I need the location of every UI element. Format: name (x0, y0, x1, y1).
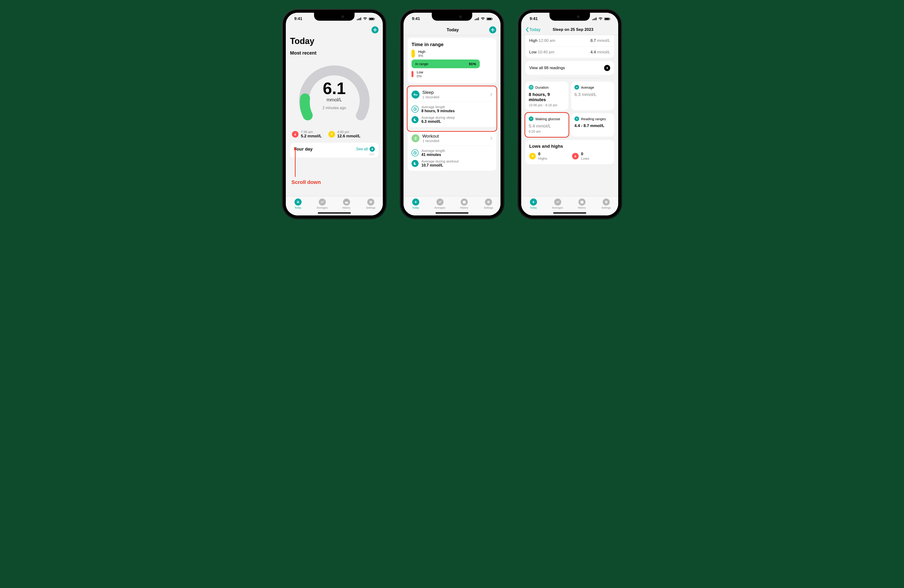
workout-avg-length: Average length41 minutes (411, 146, 493, 157)
notch (550, 13, 590, 21)
chart-line-icon (319, 199, 326, 206)
low-label: Low (529, 50, 537, 54)
svg-marker-8 (294, 147, 297, 150)
add-button[interactable] (371, 26, 379, 33)
calendar-icon (343, 199, 350, 206)
svg-rect-24 (477, 18, 478, 20)
home-indicator[interactable] (553, 212, 586, 214)
arrow-right-icon (604, 65, 610, 71)
tab-averages[interactable]: Averages (545, 196, 570, 211)
stat-ranges-label: Reading ranges (581, 117, 606, 121)
workout-avg-during-value: 10.7 mmol/L (421, 163, 458, 167)
sleep-title: Sleep (422, 90, 487, 95)
battery-icon (486, 17, 493, 20)
chevron-right-icon (490, 93, 493, 96)
tab-history-label: History (578, 206, 586, 209)
svg-point-34 (415, 201, 416, 203)
calendar-icon (578, 199, 585, 206)
tab-history[interactable]: History (570, 196, 594, 211)
back-button[interactable]: Today (525, 27, 541, 32)
clock-icon (529, 85, 533, 90)
status-time: 9:41 (530, 16, 538, 21)
svg-rect-3 (360, 17, 361, 20)
lows-highs-card[interactable]: Lows and highs 0Highs 0Lows (525, 140, 614, 164)
svg-rect-19 (345, 201, 348, 202)
gauge-value: 6.1 (323, 80, 346, 97)
stat-average[interactable]: Average 6.3 mmol/L (571, 82, 614, 110)
glucose-gauge: 6.1 mmol/L 2 minutes ago (294, 58, 374, 127)
home-indicator[interactable] (318, 212, 351, 214)
chevron-right-icon (490, 136, 493, 140)
tir-high-row: High9% (411, 50, 493, 58)
section-most-recent: Most recent (290, 50, 379, 56)
tab-settings[interactable]: Settings (476, 196, 501, 211)
stat-duration[interactable]: Duration 8 hours, 9 minutes 10:06 pm - 6… (525, 82, 568, 110)
svg-rect-59 (580, 201, 583, 203)
home-indicator[interactable] (436, 212, 468, 214)
svg-rect-6 (374, 18, 375, 19)
svg-rect-5 (369, 18, 374, 20)
screen-1: 9:41 Today Most recent 6.1 mmol/L 2 minu… (286, 13, 383, 216)
tab-today[interactable]: Today (286, 196, 310, 211)
tir-in-pct: 91% (469, 62, 476, 66)
status-icons (475, 17, 493, 20)
high-row[interactable]: High 12:00 am 8.7 mmol/L (525, 35, 614, 47)
content-2[interactable]: Today Time in range High9% In range 91% … (403, 25, 501, 196)
gauge-unit: mmol/L (327, 97, 342, 102)
low-time: 7:35 am (301, 130, 322, 134)
low-reading[interactable]: 7:35 am5.2 mmol/L (292, 130, 322, 139)
sleep-avg-during-value: 6.3 mmol/L (421, 120, 455, 124)
add-button[interactable] (489, 26, 496, 33)
gear-icon (603, 199, 610, 206)
workout-card[interactable]: Workout1 recorded Average length41 minut… (408, 130, 496, 171)
tab-settings[interactable]: Settings (359, 196, 383, 211)
arrow-down-icon (572, 153, 578, 159)
range-icon (574, 117, 579, 121)
tab-averages[interactable]: Averages (310, 196, 334, 211)
stat-waking-glucose[interactable]: Waking glucose 5.4 mmol/L 6:20 am (525, 113, 568, 137)
see-all-button[interactable]: See all (356, 147, 375, 152)
lows-item: 0Lows (572, 152, 610, 161)
view-all-readings-button[interactable]: View all 98 readings (525, 61, 614, 75)
high-time: 12:00 am (539, 38, 555, 43)
your-day-card[interactable]: Your day See all 14.0 (290, 143, 379, 158)
tir-in-label: In range (415, 62, 428, 66)
time-in-range-card[interactable]: Time in range High9% In range 91% Low0% (408, 38, 496, 83)
content-3[interactable]: Today Sleep on 25 Sep 2023 High 12:00 am… (521, 25, 618, 196)
tir-title: Time in range (411, 42, 493, 47)
highs-count: 0 (538, 152, 547, 156)
nav-title: Today (447, 27, 459, 33)
tab-history[interactable]: History (452, 196, 476, 211)
low-row[interactable]: Low 10:40 pm 4.4 mmol/L (525, 47, 614, 58)
status-time: 9:41 (412, 16, 420, 21)
svg-rect-44 (595, 18, 595, 20)
svg-rect-47 (605, 18, 609, 20)
stat-average-label: Average (581, 85, 594, 89)
arrow-down-icon (292, 131, 299, 137)
annotation-scroll-down: Scroll down (291, 179, 321, 185)
high-value: 12.6 mmol/L (337, 134, 360, 139)
sleep-card[interactable]: Sleep1 recorded Average length8 hours, 9… (408, 87, 496, 127)
arrow-right-icon (370, 147, 375, 152)
content-1[interactable]: Today Most recent 6.1 mmol/L 2 minutes a… (286, 25, 383, 196)
stat-ranges[interactable]: Reading ranges 4.4 - 8.7 mmol/L (571, 113, 614, 137)
svg-rect-39 (463, 201, 466, 203)
sleep-sub: 1 recorded (422, 95, 487, 99)
tab-today[interactable]: Today (403, 196, 428, 211)
tab-today-label: Today (530, 206, 537, 209)
nav-header: Today (408, 25, 496, 35)
high-label: High (529, 38, 537, 43)
tab-history[interactable]: History (334, 196, 359, 211)
tab-settings[interactable]: Settings (594, 196, 618, 211)
chart-line-icon (554, 199, 561, 206)
plus-icon (491, 28, 495, 32)
tir-inrange-row: In range 91% (411, 60, 480, 68)
tab-averages-label: Averages (435, 206, 445, 209)
workout-avg-len-value: 41 minutes (421, 153, 445, 157)
gear-icon (485, 199, 492, 206)
bed-icon (411, 91, 419, 99)
high-reading[interactable]: 4:00 pm12.6 mmol/L (329, 130, 360, 139)
sunrise-icon (529, 117, 533, 121)
tab-averages[interactable]: Averages (428, 196, 452, 211)
tab-today[interactable]: Today (521, 196, 545, 211)
